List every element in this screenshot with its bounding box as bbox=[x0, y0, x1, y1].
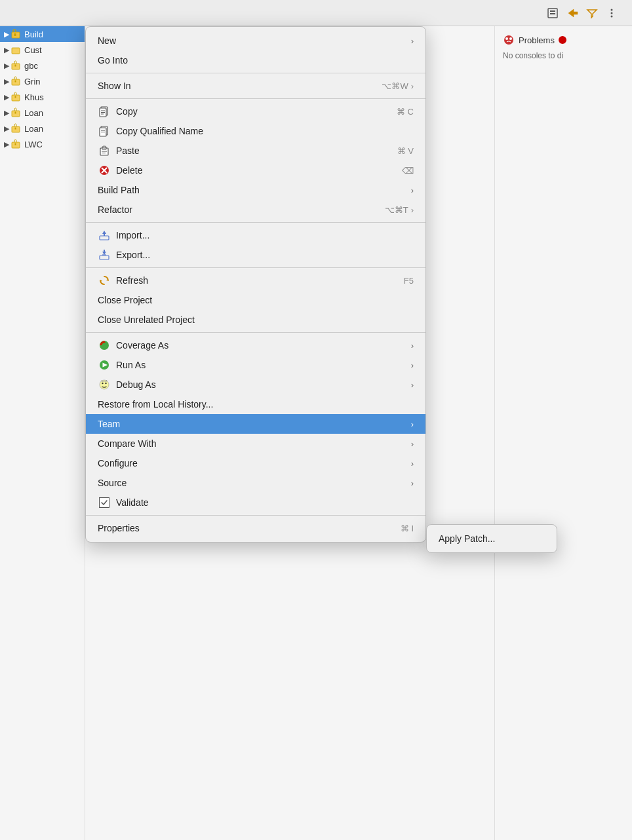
folder-loan1-icon bbox=[11, 107, 22, 118]
menu-item-close-unrelated[interactable]: Close Unrelated Project bbox=[86, 310, 425, 330]
menu-item-run-as[interactable]: Run As › bbox=[86, 355, 425, 375]
configure-chevron: › bbox=[411, 459, 414, 468]
apply-patch-label: Apply Patch... bbox=[439, 533, 495, 544]
sidebar-item-loan1[interactable]: ▶ Loan bbox=[0, 105, 85, 121]
sidebar-item-gbc[interactable]: ▶ gbc bbox=[0, 58, 85, 73]
debug-as-label: Debug As bbox=[116, 379, 156, 390]
menu-item-validate[interactable]: Validate bbox=[86, 493, 425, 512]
validate-checkbox bbox=[99, 497, 109, 508]
problems-label: Problems bbox=[519, 35, 555, 45]
build-path-chevron: › bbox=[411, 185, 414, 195]
sidebar-item-lwc-label: LWC bbox=[24, 140, 43, 149]
separator-5 bbox=[86, 332, 425, 333]
sidebar-item-cust[interactable]: ▶ Cust bbox=[0, 42, 85, 58]
svg-point-5 bbox=[611, 15, 613, 17]
menu-item-new[interactable]: New › bbox=[86, 31, 425, 50]
export-label: Export... bbox=[116, 250, 150, 260]
source-label: Source bbox=[98, 478, 127, 488]
svg-rect-2 bbox=[550, 13, 555, 14]
sidebar-item-grin[interactable]: ▶ Grin bbox=[0, 73, 85, 89]
sidebar-item-loan1-label: Loan bbox=[24, 108, 43, 118]
svg-rect-35 bbox=[103, 146, 106, 148]
sidebar-item-build-label: Build bbox=[24, 29, 43, 39]
more-icon[interactable] bbox=[604, 6, 619, 20]
new-chevron: › bbox=[411, 36, 414, 46]
refresh-icon bbox=[98, 274, 111, 287]
compare-with-label: Compare With bbox=[98, 438, 156, 449]
copy-label: Copy bbox=[116, 106, 138, 117]
show-in-shortcut: ⌥⌘W › bbox=[382, 81, 414, 91]
menu-item-close-project[interactable]: Close Project bbox=[86, 290, 425, 310]
sidebar: ▶ Build ▶ Cust ▶ gbc bbox=[0, 26, 85, 840]
svg-rect-7 bbox=[14, 33, 16, 36]
sidebar-item-loan2[interactable]: ▶ Loan bbox=[0, 121, 85, 136]
paste-label: Paste bbox=[116, 145, 140, 156]
sidebar-item-build[interactable]: ▶ Build bbox=[0, 26, 85, 42]
sidebar-item-khus[interactable]: ▶ Khus bbox=[0, 89, 85, 105]
sidebar-item-lwc[interactable]: ▶ LWC bbox=[0, 136, 85, 152]
menu-item-source[interactable]: Source › bbox=[86, 473, 425, 493]
menu-item-refactor[interactable]: Refactor ⌥⌘T › bbox=[86, 200, 425, 220]
source-chevron: › bbox=[411, 478, 414, 488]
filter-icon[interactable] bbox=[585, 6, 599, 20]
configure-label: Configure bbox=[98, 458, 138, 468]
svg-rect-18 bbox=[15, 128, 16, 130]
svg-point-21 bbox=[504, 35, 513, 45]
refactor-shortcut: ⌥⌘T › bbox=[385, 205, 414, 215]
menu-item-properties[interactable]: Properties ⌘ I bbox=[86, 518, 425, 538]
menu-item-configure[interactable]: Configure › bbox=[86, 453, 425, 473]
menu-item-show-in[interactable]: Show In ⌥⌘W › bbox=[86, 76, 425, 96]
menu-item-compare-with[interactable]: Compare With › bbox=[86, 434, 425, 453]
svg-marker-42 bbox=[102, 231, 106, 236]
show-in-chevron: › bbox=[411, 81, 414, 91]
folder-cust-icon bbox=[11, 45, 22, 55]
import-icon bbox=[98, 229, 111, 242]
svg-point-3 bbox=[611, 9, 613, 10]
menu-item-copy-qualified[interactable]: Copy Qualified Name bbox=[86, 121, 425, 141]
svg-point-4 bbox=[611, 12, 613, 14]
tree-arrow: ▶ bbox=[4, 30, 9, 39]
menu-item-paste[interactable]: Paste ⌘ V bbox=[86, 141, 425, 161]
refresh-label: Refresh bbox=[116, 275, 148, 286]
refactor-label: Refactor bbox=[98, 204, 132, 215]
svg-rect-43 bbox=[100, 256, 109, 259]
new-label: New bbox=[98, 35, 116, 46]
delete-shortcut: ⌫ bbox=[402, 166, 414, 176]
menu-item-go-into[interactable]: Go Into bbox=[86, 50, 425, 70]
menu-item-copy[interactable]: Copy ⌘ C bbox=[86, 102, 425, 121]
folder-lwc-icon bbox=[11, 139, 22, 149]
menu-item-refresh[interactable]: Refresh F5 bbox=[86, 271, 425, 290]
context-menu: New › Go Into Show In ⌥⌘W › Copy ⌘ C bbox=[85, 26, 426, 543]
menu-item-team[interactable]: Team › bbox=[86, 414, 425, 434]
paste-shortcut: ⌘ V bbox=[397, 146, 414, 156]
compare-with-chevron: › bbox=[411, 439, 414, 449]
folder-grin-icon bbox=[11, 76, 22, 86]
menu-item-restore-local[interactable]: Restore from Local History... bbox=[86, 394, 425, 414]
menu-item-coverage-as[interactable]: Coverage As › bbox=[86, 335, 425, 355]
folder-lock-icon bbox=[11, 29, 22, 39]
validate-icon bbox=[98, 496, 111, 509]
collapse-all-icon[interactable] bbox=[545, 6, 560, 20]
run-as-chevron: › bbox=[411, 360, 414, 370]
sidebar-item-cust-label: Cust bbox=[24, 45, 42, 55]
menu-item-build-path[interactable]: Build Path › bbox=[86, 180, 425, 200]
debug-icon bbox=[98, 378, 111, 391]
copy-shortcut: ⌘ C bbox=[397, 107, 414, 117]
export-icon bbox=[98, 248, 111, 261]
separator-3 bbox=[86, 222, 425, 223]
folder-gbc-icon bbox=[11, 60, 22, 71]
menu-item-delete[interactable]: Delete ⌫ bbox=[86, 161, 425, 180]
menu-item-debug-as[interactable]: Debug As › bbox=[86, 375, 425, 394]
menu-item-export[interactable]: Export... bbox=[86, 245, 425, 265]
sidebar-item-khus-label: Khus bbox=[24, 92, 44, 102]
properties-label: Properties bbox=[98, 523, 140, 533]
forward-icon[interactable] bbox=[565, 6, 580, 20]
right-panel: Problems No consoles to di bbox=[494, 26, 632, 840]
team-chevron: › bbox=[411, 419, 414, 429]
copy-icon bbox=[98, 105, 111, 118]
submenu-team: Apply Patch... bbox=[426, 524, 557, 553]
delete-icon bbox=[98, 164, 111, 177]
submenu-item-apply-patch[interactable]: Apply Patch... bbox=[427, 529, 557, 548]
copy-qualified-icon bbox=[98, 124, 111, 138]
menu-item-import[interactable]: Import... bbox=[86, 225, 425, 245]
